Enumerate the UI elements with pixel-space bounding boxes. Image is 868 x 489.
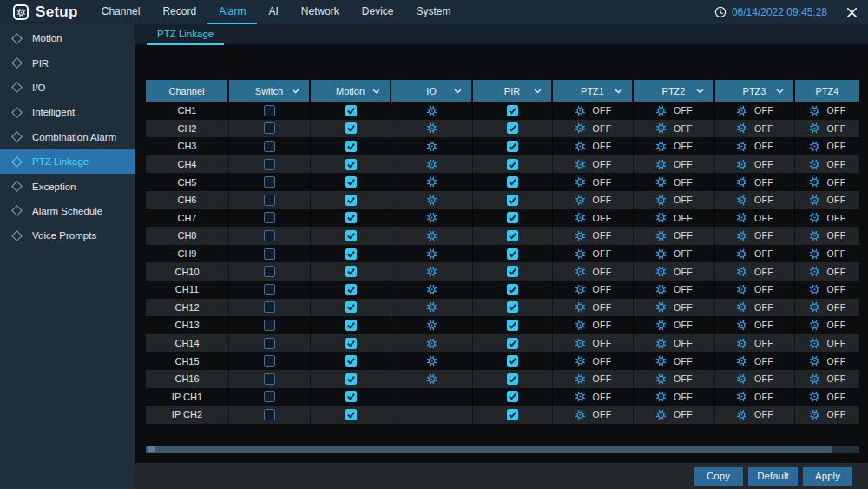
gear-icon-ptz1-ch15[interactable] (575, 355, 586, 367)
sidebar-item-motion[interactable]: Motion (0, 26, 135, 50)
gear-icon-ptz1-ch9[interactable] (575, 248, 586, 260)
menu-ai[interactable]: AI (257, 0, 289, 23)
switch-checkbox-ch1[interactable] (264, 105, 275, 116)
pir-checkbox-ch5[interactable] (507, 176, 518, 188)
gear-icon-ptz4-ch2[interactable] (809, 122, 820, 134)
pir-checkbox-ch6[interactable] (507, 195, 518, 206)
switch-checkbox-ch15[interactable] (264, 355, 275, 367)
motion-checkbox-ch9[interactable] (345, 248, 357, 260)
gear-icon-ptz1-ch5[interactable] (575, 176, 586, 188)
pir-checkbox-ch14[interactable] (507, 338, 518, 349)
gear-icon-ptz1-ch1[interactable] (575, 105, 586, 116)
pir-checkbox-ip-ch2[interactable] (507, 409, 518, 420)
switch-checkbox-ch16[interactable] (264, 373, 275, 385)
motion-checkbox-ch5[interactable] (345, 176, 357, 188)
motion-checkbox-ch1[interactable] (345, 105, 357, 116)
gear-icon-ptz2-ch3[interactable] (655, 141, 667, 152)
gear-icon-ptz2-ch13[interactable] (655, 320, 667, 331)
gear-icon-ptz3-ch10[interactable] (736, 266, 747, 277)
gear-icon-ptz4-ch4[interactable] (809, 159, 820, 170)
pir-checkbox-ip-ch1[interactable] (507, 391, 518, 402)
gear-icon-ptz2-ch9[interactable] (655, 248, 667, 260)
switch-checkbox-ch13[interactable] (264, 320, 275, 331)
gear-icon-ptz1-ch2[interactable] (575, 122, 586, 134)
gear-icon-ptz3-ip-ch2[interactable] (736, 409, 747, 420)
gear-icon-io-ch16[interactable] (426, 373, 437, 385)
gear-icon-ptz3-ch11[interactable] (736, 284, 747, 295)
motion-checkbox-ch10[interactable] (345, 266, 357, 277)
menu-network[interactable]: Network (290, 0, 351, 23)
pir-checkbox-ch1[interactable] (507, 105, 518, 116)
gear-icon-ptz3-ch8[interactable] (736, 230, 747, 241)
gear-icon-io-ch9[interactable] (426, 248, 437, 260)
gear-icon-ptz2-ch7[interactable] (655, 212, 667, 223)
sidebar-item-ptz-linkage[interactable]: PTZ Linkage (0, 149, 135, 174)
switch-checkbox-ch8[interactable] (264, 230, 275, 241)
column-header-switch[interactable]: Switch (229, 80, 311, 102)
gear-icon-ptz1-ch8[interactable] (575, 230, 586, 241)
close-icon[interactable] (846, 7, 858, 18)
sidebar-item-pir[interactable]: PIR (0, 50, 135, 75)
gear-icon-io-ch2[interactable] (426, 122, 437, 134)
column-header-motion[interactable]: Motion (311, 80, 391, 102)
horizontal-scrollbar-track[interactable] (146, 446, 859, 453)
switch-checkbox-ch4[interactable] (264, 159, 275, 170)
gear-icon-ptz3-ch14[interactable] (736, 338, 747, 349)
sidebar-item-exception[interactable]: Exception (0, 174, 135, 198)
gear-icon-ptz1-ch4[interactable] (575, 159, 586, 170)
gear-icon-ptz4-ch16[interactable] (809, 373, 820, 385)
pir-checkbox-ch10[interactable] (507, 266, 518, 277)
column-header-pir[interactable]: PIR (473, 80, 553, 102)
dropdown-chevron-icon[interactable] (696, 89, 704, 94)
gear-icon-ptz4-ch6[interactable] (809, 195, 820, 206)
dropdown-chevron-icon[interactable] (534, 89, 542, 94)
column-header-ptz2[interactable]: PTZ2 (634, 80, 715, 102)
gear-icon-ptz1-ip-ch2[interactable] (575, 409, 586, 420)
gear-icon-ptz2-ip-ch2[interactable] (655, 409, 667, 420)
gear-icon-ptz4-ip-ch1[interactable] (809, 391, 820, 402)
gear-icon-ptz4-ch10[interactable] (809, 266, 820, 277)
motion-checkbox-ch12[interactable] (345, 301, 357, 313)
gear-icon-ptz4-ch15[interactable] (809, 355, 820, 367)
gear-icon-ptz4-ch1[interactable] (809, 105, 820, 116)
horizontal-scrollbar-thumb[interactable] (146, 446, 832, 453)
motion-checkbox-ch13[interactable] (345, 320, 357, 331)
gear-icon-io-ch4[interactable] (426, 159, 437, 170)
dropdown-chevron-icon[interactable] (292, 89, 299, 94)
gear-icon-ptz1-ip-ch1[interactable] (575, 391, 586, 402)
gear-icon-io-ch7[interactable] (426, 212, 437, 223)
switch-checkbox-ch5[interactable] (264, 176, 275, 188)
sidebar-item-combination-alarm[interactable]: Combination Alarm (0, 125, 135, 149)
switch-checkbox-ch6[interactable] (264, 195, 275, 206)
gear-icon-ptz3-ip-ch1[interactable] (736, 391, 747, 402)
pir-checkbox-ch3[interactable] (507, 141, 518, 152)
gear-icon-ptz4-ch5[interactable] (809, 176, 820, 188)
motion-checkbox-ch8[interactable] (345, 230, 357, 241)
gear-icon-ptz4-ch12[interactable] (809, 301, 820, 313)
switch-checkbox-ch2[interactable] (264, 122, 275, 134)
gear-icon-ptz3-ch6[interactable] (736, 195, 747, 206)
gear-icon-ptz3-ch9[interactable] (736, 248, 747, 260)
gear-icon-ptz1-ch14[interactable] (575, 338, 586, 349)
menu-system[interactable]: System (405, 0, 463, 23)
gear-icon-ptz4-ch8[interactable] (809, 230, 820, 241)
dropdown-chevron-icon[interactable] (776, 89, 784, 94)
column-header-ptz3[interactable]: PTZ3 (715, 80, 795, 102)
dropdown-chevron-icon[interactable] (454, 89, 462, 94)
motion-checkbox-ch7[interactable] (345, 212, 357, 223)
gear-icon-ptz2-ch12[interactable] (655, 301, 667, 313)
sidebar-item-voice-prompts[interactable]: Voice Prompts (0, 223, 135, 248)
copy-button[interactable]: Copy (694, 467, 743, 486)
switch-checkbox-ch12[interactable] (264, 301, 275, 313)
menu-device[interactable]: Device (351, 0, 405, 23)
gear-icon-ptz3-ch2[interactable] (736, 122, 747, 134)
motion-checkbox-ip-ch1[interactable] (345, 391, 357, 402)
gear-icon-ptz3-ch12[interactable] (736, 301, 747, 313)
gear-icon-ptz3-ch4[interactable] (736, 159, 747, 170)
gear-icon-ptz4-ip-ch2[interactable] (809, 409, 820, 420)
gear-icon-ptz2-ch8[interactable] (655, 230, 667, 241)
gear-icon-io-ch10[interactable] (426, 266, 437, 277)
motion-checkbox-ch14[interactable] (345, 338, 357, 349)
gear-icon-io-ch11[interactable] (426, 284, 437, 295)
gear-icon-io-ch8[interactable] (426, 230, 437, 241)
